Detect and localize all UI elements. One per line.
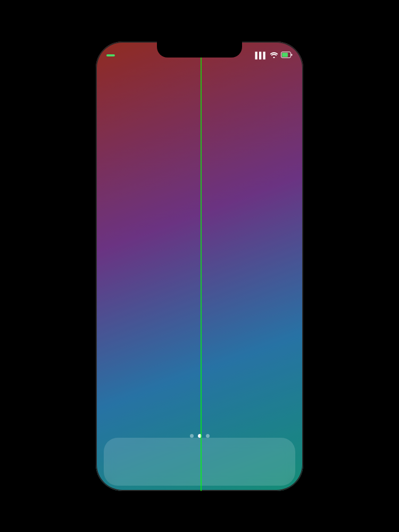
green-line-artifact (201, 42, 202, 491)
status-time (106, 54, 115, 56)
status-icons: ▌▌▌ (255, 51, 293, 60)
svg-point-0 (273, 56, 275, 58)
wifi-icon (270, 51, 278, 60)
page-dots (96, 434, 303, 438)
status-bar: ▌▌▌ (96, 42, 303, 65)
battery-icon (281, 51, 293, 60)
svg-rect-2 (282, 53, 288, 57)
signal-icon: ▌▌▌ (255, 52, 267, 59)
page-dot-0[interactable] (190, 434, 194, 438)
phone-frame: ▌▌▌ (96, 42, 303, 491)
dock (104, 438, 295, 486)
page-dot-2[interactable] (206, 434, 210, 438)
app-grid (96, 73, 303, 84)
